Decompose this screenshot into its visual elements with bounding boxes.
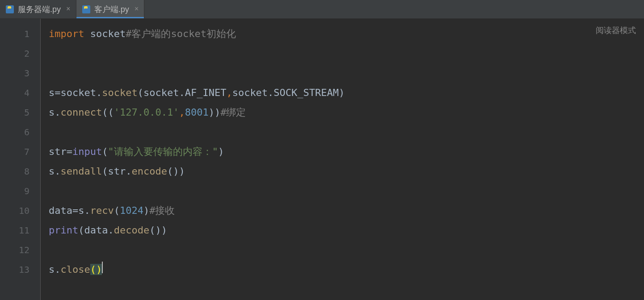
- line-number: 7: [0, 142, 40, 162]
- line-number: 12: [0, 240, 40, 260]
- line-number: 9: [0, 181, 40, 201]
- line-number: 3: [0, 63, 40, 83]
- code-editor[interactable]: 阅读器模式 import socket#客户端的socket初始化 s=sock…: [40, 19, 644, 300]
- code-line-4: s=socket.socket(socket.AF_INET,socket.SO…: [49, 83, 644, 103]
- code-line-13: s.close(): [49, 260, 644, 279]
- code-line-1: import socket#客户端的socket初始化: [49, 24, 644, 44]
- code-line-9: [49, 181, 644, 201]
- line-number: 2: [0, 44, 40, 63]
- code-line-12: [49, 240, 644, 260]
- code-line-5: s.connect(('127.0.0.1',8001))#绑定: [49, 103, 644, 122]
- code-line-10: data=s.recv(1024)#接收: [49, 201, 644, 221]
- code-line-11: print(data.decode()): [49, 221, 644, 240]
- code-line-7: str=input("请输入要传输的内容："): [49, 142, 644, 162]
- text-cursor: [102, 262, 103, 273]
- line-number: 4: [0, 83, 40, 103]
- line-number: 13: [0, 260, 40, 279]
- editor-tabs: 服务器端.py × 客户端.py ×: [0, 0, 644, 19]
- reader-mode-button[interactable]: 阅读器模式: [596, 25, 636, 36]
- close-icon[interactable]: ×: [135, 5, 139, 13]
- line-number: 8: [0, 162, 40, 181]
- line-number: 10: [0, 201, 40, 221]
- editor-area: 1 2 3 4 5 6 7 8 9 10 11 12 13 阅读器模式 impo…: [0, 19, 644, 300]
- line-number: 6: [0, 122, 40, 142]
- tab-client-py[interactable]: 客户端.py ×: [76, 0, 145, 18]
- tab-server-py[interactable]: 服务器端.py ×: [0, 0, 76, 18]
- gutter: 1 2 3 4 5 6 7 8 9 10 11 12 13: [0, 19, 40, 300]
- line-number: 11: [0, 221, 40, 240]
- code-line-8: s.sendall(str.encode()): [49, 162, 644, 181]
- tab-label: 服务器端.py: [18, 4, 61, 15]
- tab-label: 客户端.py: [94, 4, 129, 15]
- code-line-6: [49, 122, 644, 142]
- python-file-icon: [5, 5, 14, 14]
- code-line-2: [49, 44, 644, 63]
- python-file-icon: [82, 5, 91, 14]
- line-number: 5: [0, 103, 40, 122]
- code-line-3: [49, 63, 644, 83]
- line-number: 1: [0, 24, 40, 44]
- close-icon[interactable]: ×: [66, 5, 71, 13]
